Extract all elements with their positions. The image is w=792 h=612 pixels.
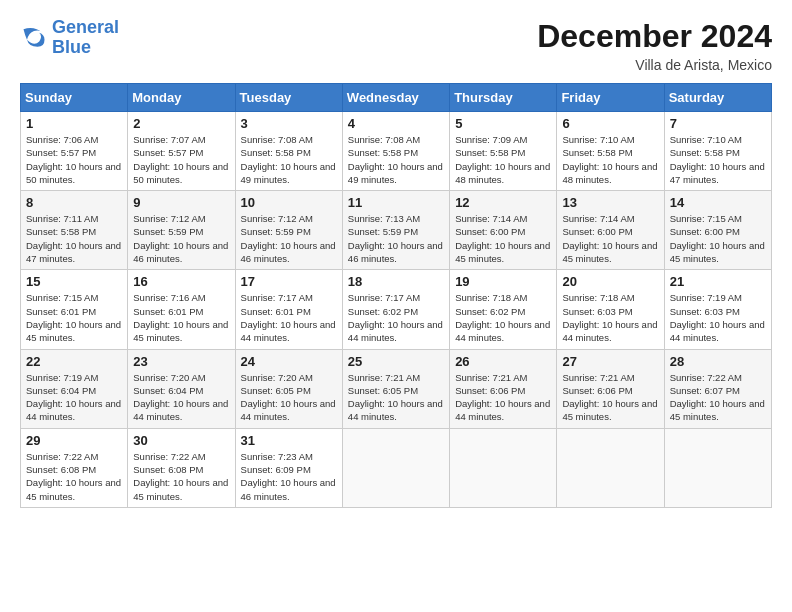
calendar-cell: 10Sunrise: 7:12 AMSunset: 5:59 PMDayligh… [235, 191, 342, 270]
cell-content: Sunrise: 7:21 AMSunset: 6:06 PMDaylight:… [562, 371, 658, 424]
calendar-cell: 14Sunrise: 7:15 AMSunset: 6:00 PMDayligh… [664, 191, 771, 270]
page: General Blue December 2024 Villa de Aris… [0, 0, 792, 518]
day-number: 15 [26, 274, 122, 289]
calendar-cell: 28Sunrise: 7:22 AMSunset: 6:07 PMDayligh… [664, 349, 771, 428]
day-number: 16 [133, 274, 229, 289]
cell-content: Sunrise: 7:19 AMSunset: 6:03 PMDaylight:… [670, 291, 766, 344]
cell-content: Sunrise: 7:10 AMSunset: 5:58 PMDaylight:… [562, 133, 658, 186]
day-number: 3 [241, 116, 337, 131]
calendar-cell: 29Sunrise: 7:22 AMSunset: 6:08 PMDayligh… [21, 428, 128, 507]
cell-content: Sunrise: 7:19 AMSunset: 6:04 PMDaylight:… [26, 371, 122, 424]
cell-content: Sunrise: 7:22 AMSunset: 6:07 PMDaylight:… [670, 371, 766, 424]
cell-content: Sunrise: 7:06 AMSunset: 5:57 PMDaylight:… [26, 133, 122, 186]
col-tuesday: Tuesday [235, 84, 342, 112]
calendar-cell: 6Sunrise: 7:10 AMSunset: 5:58 PMDaylight… [557, 112, 664, 191]
calendar-cell: 9Sunrise: 7:12 AMSunset: 5:59 PMDaylight… [128, 191, 235, 270]
calendar-cell: 1Sunrise: 7:06 AMSunset: 5:57 PMDaylight… [21, 112, 128, 191]
day-number: 12 [455, 195, 551, 210]
cell-content: Sunrise: 7:18 AMSunset: 6:02 PMDaylight:… [455, 291, 551, 344]
cell-content: Sunrise: 7:18 AMSunset: 6:03 PMDaylight:… [562, 291, 658, 344]
calendar-cell: 31Sunrise: 7:23 AMSunset: 6:09 PMDayligh… [235, 428, 342, 507]
calendar-cell: 17Sunrise: 7:17 AMSunset: 6:01 PMDayligh… [235, 270, 342, 349]
cell-content: Sunrise: 7:12 AMSunset: 5:59 PMDaylight:… [133, 212, 229, 265]
day-number: 25 [348, 354, 444, 369]
calendar-cell: 20Sunrise: 7:18 AMSunset: 6:03 PMDayligh… [557, 270, 664, 349]
day-number: 7 [670, 116, 766, 131]
cell-content: Sunrise: 7:12 AMSunset: 5:59 PMDaylight:… [241, 212, 337, 265]
calendar-cell: 27Sunrise: 7:21 AMSunset: 6:06 PMDayligh… [557, 349, 664, 428]
calendar-cell: 5Sunrise: 7:09 AMSunset: 5:58 PMDaylight… [450, 112, 557, 191]
col-wednesday: Wednesday [342, 84, 449, 112]
header: General Blue December 2024 Villa de Aris… [20, 18, 772, 73]
calendar-cell: 15Sunrise: 7:15 AMSunset: 6:01 PMDayligh… [21, 270, 128, 349]
calendar-cell: 12Sunrise: 7:14 AMSunset: 6:00 PMDayligh… [450, 191, 557, 270]
day-number: 9 [133, 195, 229, 210]
header-row: Sunday Monday Tuesday Wednesday Thursday… [21, 84, 772, 112]
calendar-cell [664, 428, 771, 507]
day-number: 14 [670, 195, 766, 210]
cell-content: Sunrise: 7:20 AMSunset: 6:04 PMDaylight:… [133, 371, 229, 424]
col-sunday: Sunday [21, 84, 128, 112]
col-thursday: Thursday [450, 84, 557, 112]
cell-content: Sunrise: 7:17 AMSunset: 6:02 PMDaylight:… [348, 291, 444, 344]
calendar-cell: 13Sunrise: 7:14 AMSunset: 6:00 PMDayligh… [557, 191, 664, 270]
calendar-cell: 24Sunrise: 7:20 AMSunset: 6:05 PMDayligh… [235, 349, 342, 428]
calendar-cell: 22Sunrise: 7:19 AMSunset: 6:04 PMDayligh… [21, 349, 128, 428]
logo-text-block: General Blue [52, 18, 119, 58]
day-number: 5 [455, 116, 551, 131]
location-subtitle: Villa de Arista, Mexico [537, 57, 772, 73]
cell-content: Sunrise: 7:14 AMSunset: 6:00 PMDaylight:… [455, 212, 551, 265]
day-number: 21 [670, 274, 766, 289]
calendar-row: 29Sunrise: 7:22 AMSunset: 6:08 PMDayligh… [21, 428, 772, 507]
day-number: 10 [241, 195, 337, 210]
calendar-cell: 18Sunrise: 7:17 AMSunset: 6:02 PMDayligh… [342, 270, 449, 349]
cell-content: Sunrise: 7:21 AMSunset: 6:06 PMDaylight:… [455, 371, 551, 424]
title-block: December 2024 Villa de Arista, Mexico [537, 18, 772, 73]
day-number: 26 [455, 354, 551, 369]
cell-content: Sunrise: 7:23 AMSunset: 6:09 PMDaylight:… [241, 450, 337, 503]
calendar-cell: 30Sunrise: 7:22 AMSunset: 6:08 PMDayligh… [128, 428, 235, 507]
calendar-cell: 11Sunrise: 7:13 AMSunset: 5:59 PMDayligh… [342, 191, 449, 270]
day-number: 13 [562, 195, 658, 210]
calendar-table: Sunday Monday Tuesday Wednesday Thursday… [20, 83, 772, 508]
col-monday: Monday [128, 84, 235, 112]
calendar-cell: 2Sunrise: 7:07 AMSunset: 5:57 PMDaylight… [128, 112, 235, 191]
day-number: 31 [241, 433, 337, 448]
month-title: December 2024 [537, 18, 772, 55]
cell-content: Sunrise: 7:15 AMSunset: 6:01 PMDaylight:… [26, 291, 122, 344]
logo-text: General Blue [52, 18, 119, 58]
calendar-cell: 3Sunrise: 7:08 AMSunset: 5:58 PMDaylight… [235, 112, 342, 191]
cell-content: Sunrise: 7:21 AMSunset: 6:05 PMDaylight:… [348, 371, 444, 424]
cell-content: Sunrise: 7:07 AMSunset: 5:57 PMDaylight:… [133, 133, 229, 186]
calendar-body: 1Sunrise: 7:06 AMSunset: 5:57 PMDaylight… [21, 112, 772, 508]
calendar-cell: 26Sunrise: 7:21 AMSunset: 6:06 PMDayligh… [450, 349, 557, 428]
cell-content: Sunrise: 7:11 AMSunset: 5:58 PMDaylight:… [26, 212, 122, 265]
calendar-cell: 23Sunrise: 7:20 AMSunset: 6:04 PMDayligh… [128, 349, 235, 428]
day-number: 4 [348, 116, 444, 131]
cell-content: Sunrise: 7:10 AMSunset: 5:58 PMDaylight:… [670, 133, 766, 186]
day-number: 27 [562, 354, 658, 369]
day-number: 24 [241, 354, 337, 369]
day-number: 17 [241, 274, 337, 289]
cell-content: Sunrise: 7:08 AMSunset: 5:58 PMDaylight:… [241, 133, 337, 186]
calendar-row: 1Sunrise: 7:06 AMSunset: 5:57 PMDaylight… [21, 112, 772, 191]
day-number: 19 [455, 274, 551, 289]
calendar-cell: 7Sunrise: 7:10 AMSunset: 5:58 PMDaylight… [664, 112, 771, 191]
logo: General Blue [20, 18, 119, 58]
day-number: 30 [133, 433, 229, 448]
logo-blue: Blue [52, 37, 91, 57]
day-number: 29 [26, 433, 122, 448]
day-number: 18 [348, 274, 444, 289]
col-friday: Friday [557, 84, 664, 112]
day-number: 2 [133, 116, 229, 131]
calendar-row: 15Sunrise: 7:15 AMSunset: 6:01 PMDayligh… [21, 270, 772, 349]
logo-general: General [52, 17, 119, 37]
day-number: 28 [670, 354, 766, 369]
col-saturday: Saturday [664, 84, 771, 112]
calendar-cell: 8Sunrise: 7:11 AMSunset: 5:58 PMDaylight… [21, 191, 128, 270]
day-number: 11 [348, 195, 444, 210]
day-number: 6 [562, 116, 658, 131]
cell-content: Sunrise: 7:09 AMSunset: 5:58 PMDaylight:… [455, 133, 551, 186]
cell-content: Sunrise: 7:22 AMSunset: 6:08 PMDaylight:… [133, 450, 229, 503]
cell-content: Sunrise: 7:22 AMSunset: 6:08 PMDaylight:… [26, 450, 122, 503]
